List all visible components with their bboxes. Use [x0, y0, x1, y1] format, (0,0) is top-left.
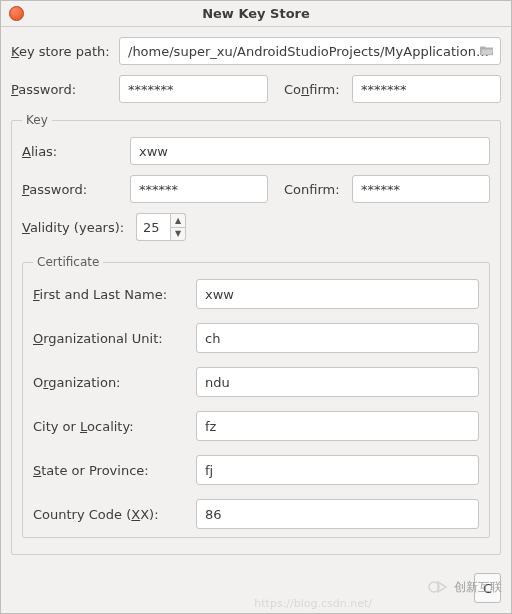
label-confirm: Confirm: [284, 82, 352, 97]
certificate-group: Certificate First and Last Name: xww Org… [22, 255, 490, 538]
label-organization: Organization: [33, 375, 188, 390]
label-key-confirm: Confirm: [284, 182, 352, 197]
key-store-path-input[interactable]: /home/super_xu/AndroidStudioProjects/MyA… [119, 37, 501, 65]
label-password: Password: [11, 82, 119, 97]
label-validity: Validity (years): [22, 220, 130, 235]
key-password-input[interactable]: ****** [130, 175, 268, 203]
footer-button[interactable]: C [474, 573, 501, 603]
key-store-path-value: /home/super_xu/AndroidStudioProjects/MyA… [128, 44, 492, 59]
label-org-unit: Organizational Unit: [33, 331, 188, 346]
label-country: Country Code (XX): [33, 507, 188, 522]
label-first-last: First and Last Name: [33, 287, 188, 302]
label-alias: Alias: [22, 144, 130, 159]
city-input[interactable]: fz [196, 411, 479, 441]
label-key-store-path: Key store path: [11, 44, 119, 59]
state-input[interactable]: fj [196, 455, 479, 485]
validity-value[interactable]: 25 [136, 213, 170, 241]
certificate-legend: Certificate [33, 255, 103, 269]
first-last-input[interactable]: xww [196, 279, 479, 309]
organization-input[interactable]: ndu [196, 367, 479, 397]
chevron-down-icon[interactable]: ▼ [170, 227, 186, 242]
key-confirm-input[interactable]: ****** [352, 175, 490, 203]
org-unit-input[interactable]: ch [196, 323, 479, 353]
titlebar: New Key Store [1, 1, 511, 27]
folder-open-icon[interactable] [480, 44, 494, 59]
chevron-up-icon[interactable]: ▲ [170, 213, 186, 227]
key-legend: Key [22, 113, 52, 127]
label-city: City or Locality: [33, 419, 188, 434]
label-key-password: Password: [22, 182, 130, 197]
key-group: Key Alias: xww Password: ****** Confirm:… [11, 113, 501, 555]
dialog-footer: C [1, 565, 511, 613]
dialog-new-key-store: New Key Store Key store path: /home/supe… [0, 0, 512, 614]
confirm-input[interactable]: ******* [352, 75, 501, 103]
window-title: New Key Store [1, 6, 511, 21]
label-state: State or Province: [33, 463, 188, 478]
alias-input[interactable]: xww [130, 137, 490, 165]
password-input[interactable]: ******* [119, 75, 268, 103]
validity-stepper[interactable]: 25 ▲ ▼ [136, 213, 186, 241]
country-input[interactable]: 86 [196, 499, 479, 529]
dialog-body: Key store path: /home/super_xu/AndroidSt… [1, 27, 511, 565]
